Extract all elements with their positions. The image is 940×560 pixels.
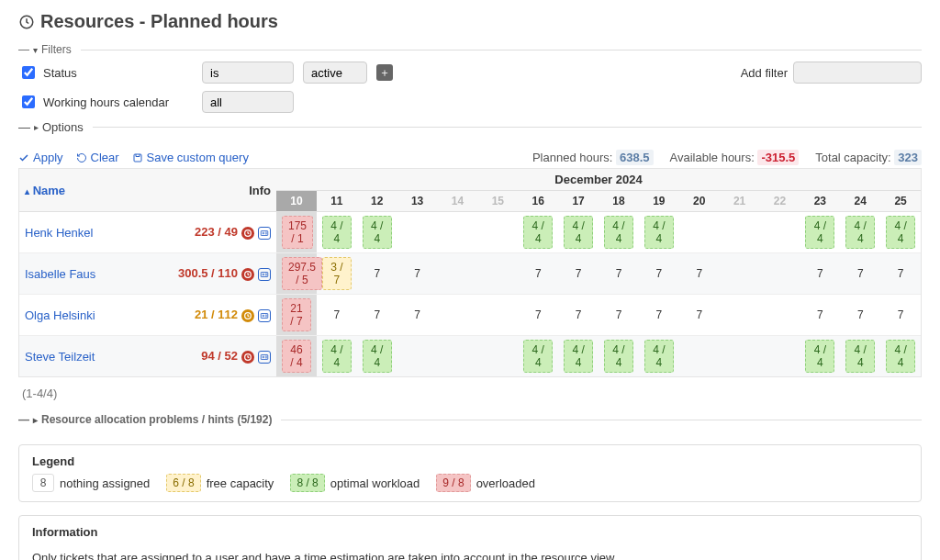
problems-section-toggle[interactable]: — ▸ Resource allocation problems / hints… [18,409,922,431]
user-info-cell: 223 / 49 [148,212,276,253]
allocation-cell[interactable]: 4 / 4 [317,336,357,377]
allocation-cell[interactable]: 7 [397,253,438,295]
allocation-cell[interactable] [438,336,478,377]
day-header: 10 [276,191,317,212]
legend-item: 8 nothing assigned [32,474,150,492]
vcard-icon[interactable] [258,351,271,364]
allocation-cell[interactable] [760,253,800,295]
allocation-cell[interactable]: 7 [357,295,397,336]
allocation-cell[interactable]: 7 [800,253,840,295]
allocation-cell[interactable] [438,253,478,295]
allocation-cell[interactable]: 7 [679,295,720,336]
calendar-checkbox[interactable] [22,95,35,108]
save-query-link[interactable]: Save custom query [132,151,249,164]
allocation-cell[interactable]: 7 [599,253,639,295]
dash-icon: — [18,413,29,426]
day-header: 22 [760,191,800,212]
vcard-icon[interactable] [258,227,271,240]
allocation-cell[interactable] [477,336,518,377]
filters-section-toggle[interactable]: — ▾ Filters [18,39,922,62]
allocation-cell[interactable] [720,253,760,295]
add-value-button[interactable]: ＋ [376,64,393,81]
allocation-cell[interactable]: 175 / 1 [276,212,317,253]
vcard-icon[interactable] [258,309,271,322]
user-link[interactable]: Isabelle Faus [25,267,95,281]
allocation-cell[interactable]: 4 / 4 [599,212,639,253]
allocation-cell[interactable] [438,212,478,253]
allocation-cell[interactable]: 4 / 4 [357,212,397,253]
allocation-cell[interactable] [720,212,760,253]
allocation-cell[interactable]: 4 / 4 [840,212,880,253]
allocation-cell[interactable]: 21 / 7 [276,295,317,336]
allocation-cell[interactable]: 4 / 4 [518,212,558,253]
allocation-cell[interactable]: 7 [558,253,599,295]
allocation-cell[interactable]: 7 [639,295,679,336]
allocation-cell[interactable] [477,253,518,295]
allocation-cell[interactable] [679,212,720,253]
user-info-cell: 94 / 52 [148,336,276,377]
allocation-cell[interactable]: 7 [317,295,357,336]
table-row: Henk Henkel223 / 49175 / 14 / 44 / 44 / … [19,212,921,253]
allocation-cell[interactable]: 4 / 4 [518,336,558,377]
user-link[interactable]: Steve Teilzeit [25,350,95,364]
allocation-cell[interactable]: 4 / 4 [800,336,840,377]
allocation-cell[interactable]: 7 [518,253,558,295]
allocation-cell[interactable]: 7 [599,295,639,336]
allocation-cell[interactable]: 7 [840,295,880,336]
allocation-cell[interactable]: 4 / 4 [639,336,679,377]
allocation-cell[interactable]: 4 / 4 [317,212,357,253]
allocation-cell[interactable]: 297.5 / 5 [276,253,317,295]
chevron-down-icon: ▾ [33,45,38,55]
allocation-cell[interactable]: 7 [880,253,921,295]
user-link[interactable]: Olga Helsinki [25,308,95,322]
calendar-value-select[interactable]: all [202,91,294,113]
allocation-cell[interactable]: 4 / 4 [558,336,599,377]
status-value-select[interactable]: active [303,62,367,84]
allocation-cell[interactable]: 7 [357,253,397,295]
allocation-cell[interactable] [477,295,518,336]
allocation-cell[interactable] [760,295,800,336]
allocation-cell[interactable]: 7 [558,295,599,336]
allocation-cell[interactable] [760,212,800,253]
allocation-cell[interactable]: 4 / 4 [880,212,921,253]
allocation-cell[interactable]: 4 / 4 [880,336,921,377]
add-filter-select[interactable] [793,62,922,84]
allocation-cell[interactable]: 4 / 4 [357,336,397,377]
status-operator-select[interactable]: is [202,62,294,84]
user-link[interactable]: Henk Henkel [25,226,93,240]
allocation-cell[interactable] [720,295,760,336]
allocation-cell[interactable] [679,336,720,377]
svg-rect-1 [134,154,141,162]
allocation-cell[interactable]: 3 / 7 [317,253,357,295]
allocation-cell[interactable]: 7 [397,295,438,336]
clear-link[interactable]: Clear [76,151,119,164]
options-section-toggle[interactable]: — ▸ Options [18,117,922,140]
day-header: 13 [397,191,438,212]
allocation-cell[interactable]: 4 / 4 [840,336,880,377]
allocation-cell[interactable] [397,212,438,253]
status-checkbox[interactable] [22,66,35,79]
allocation-cell[interactable]: 46 / 4 [276,336,317,377]
allocation-cell[interactable] [720,336,760,377]
allocation-cell[interactable]: 4 / 4 [558,212,599,253]
allocation-cell[interactable] [477,212,518,253]
allocation-cell[interactable]: 4 / 4 [639,212,679,253]
user-name-cell: Isabelle Faus [19,253,148,295]
allocation-cell[interactable]: 4 / 4 [599,336,639,377]
name-header[interactable]: ▴ Name [19,169,148,212]
vcard-icon[interactable] [258,268,271,281]
filter-calendar-check[interactable]: Working hours calendar [18,93,193,111]
allocation-cell[interactable] [760,336,800,377]
clock-badge-icon [241,351,254,364]
allocation-cell[interactable]: 7 [840,253,880,295]
allocation-cell[interactable]: 7 [639,253,679,295]
filter-status-check[interactable]: Status [18,63,193,82]
allocation-cell[interactable] [438,295,478,336]
allocation-cell[interactable] [397,336,438,377]
apply-link[interactable]: Apply [18,151,63,164]
allocation-cell[interactable]: 7 [679,253,720,295]
allocation-cell[interactable]: 7 [880,295,921,336]
allocation-cell[interactable]: 7 [518,295,558,336]
allocation-cell[interactable]: 4 / 4 [800,212,840,253]
allocation-cell[interactable]: 7 [800,295,840,336]
